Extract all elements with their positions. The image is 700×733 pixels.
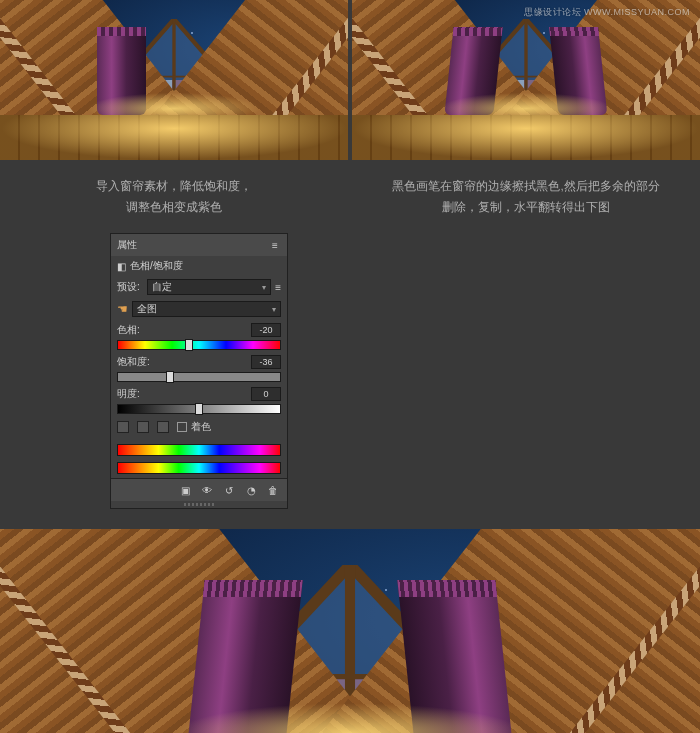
top-image-row (0, 0, 700, 168)
caption-right: 黑色画笔在窗帘的边缘擦拭黑色,然后把多余的部分 删除，复制，水平翻转得出下图 (352, 176, 700, 217)
step-image-left (0, 0, 348, 160)
saturation-label: 饱和度: (117, 355, 150, 369)
eyedropper-add-icon[interactable] (137, 421, 149, 433)
saturation-slider[interactable] (111, 372, 287, 384)
panel-adjustment-title: 色相/饱和度 (130, 259, 183, 273)
caption-right-line2: 删除，复制，水平翻转得出下图 (352, 197, 700, 218)
preset-row: 预设: 自定 ▾ ≡ (111, 276, 287, 298)
saturation-value[interactable]: -36 (251, 355, 281, 369)
reset-icon[interactable]: ↺ (221, 483, 237, 497)
colorize-checkbox[interactable] (177, 422, 187, 432)
result-image (0, 529, 700, 733)
eyedropper-row: 着色 (111, 416, 287, 438)
caption-row: 导入窗帘素材，降低饱和度， 调整色相变成紫色 黑色画笔在窗帘的边缘擦拭黑色,然后… (0, 168, 700, 233)
preset-value: 自定 (152, 280, 172, 294)
spectrum-after (117, 462, 281, 474)
properties-panel-wrap: 属性 ≡ ◧ 色相/饱和度 预设: 自定 ▾ ≡ ☚ 全图 ▾ 色相: -20 (0, 233, 700, 529)
hue-row: 色相: -20 (111, 320, 287, 340)
hue-value[interactable]: -20 (251, 323, 281, 337)
adjust-icon: ◧ (117, 261, 126, 272)
bottom-image-wrap (0, 529, 700, 733)
chevron-down-icon: ▾ (272, 305, 276, 314)
hue-saturation-panel: 属性 ≡ ◧ 色相/饱和度 预设: 自定 ▾ ≡ ☚ 全图 ▾ 色相: -20 (110, 233, 288, 509)
slider-knob[interactable] (195, 403, 203, 415)
lightness-value[interactable]: 0 (251, 387, 281, 401)
preset-label: 预设: (117, 280, 143, 294)
lightness-label: 明度: (117, 387, 140, 401)
eye-icon[interactable]: 👁 (199, 483, 215, 497)
range-value: 全图 (137, 302, 157, 316)
panel-menu-icon[interactable]: ≡ (269, 239, 281, 251)
step-image-right (352, 0, 700, 160)
caption-left-line1: 导入窗帘素材，降低饱和度， (0, 176, 348, 197)
colorize-option[interactable]: 着色 (177, 420, 211, 434)
chevron-down-icon: ▾ (262, 283, 266, 292)
range-row: ☚ 全图 ▾ (111, 298, 287, 320)
clip-to-layer-icon[interactable]: ▣ (177, 483, 193, 497)
panel-tab-label: 属性 (117, 238, 137, 252)
caption-right-line1: 黑色画笔在窗帘的边缘擦拭黑色,然后把多余的部分 (352, 176, 700, 197)
panel-footer: ▣ 👁 ↺ ◔ 🗑 (111, 478, 287, 501)
eyedropper-subtract-icon[interactable] (157, 421, 169, 433)
hue-slider[interactable] (111, 340, 287, 352)
range-select[interactable]: 全图 ▾ (132, 301, 281, 317)
lightness-row: 明度: 0 (111, 384, 287, 404)
spectrum-before (117, 444, 281, 456)
preset-select[interactable]: 自定 ▾ (147, 279, 271, 295)
eyedropper-icon[interactable] (117, 421, 129, 433)
slider-knob[interactable] (185, 339, 193, 351)
watermark-text: 思缘设计论坛 WWW.MISSYUAN.COM (524, 6, 690, 19)
hue-label: 色相: (117, 323, 140, 337)
lightness-slider[interactable] (111, 404, 287, 416)
colorize-label: 着色 (191, 420, 211, 434)
prev-state-icon[interactable]: ◔ (243, 483, 259, 497)
slider-knob[interactable] (166, 371, 174, 383)
saturation-row: 饱和度: -36 (111, 352, 287, 372)
caption-left-line2: 调整色相变成紫色 (0, 197, 348, 218)
panel-titlebar: 属性 ≡ (111, 234, 287, 256)
panel-menu-icon[interactable]: ≡ (275, 282, 281, 293)
hand-icon[interactable]: ☚ (117, 302, 128, 316)
panel-adjustment-title-row: ◧ 色相/饱和度 (111, 256, 287, 276)
caption-left: 导入窗帘素材，降低饱和度， 调整色相变成紫色 (0, 176, 348, 217)
panel-resize-handle[interactable] (111, 501, 287, 508)
trash-icon[interactable]: 🗑 (265, 483, 281, 497)
